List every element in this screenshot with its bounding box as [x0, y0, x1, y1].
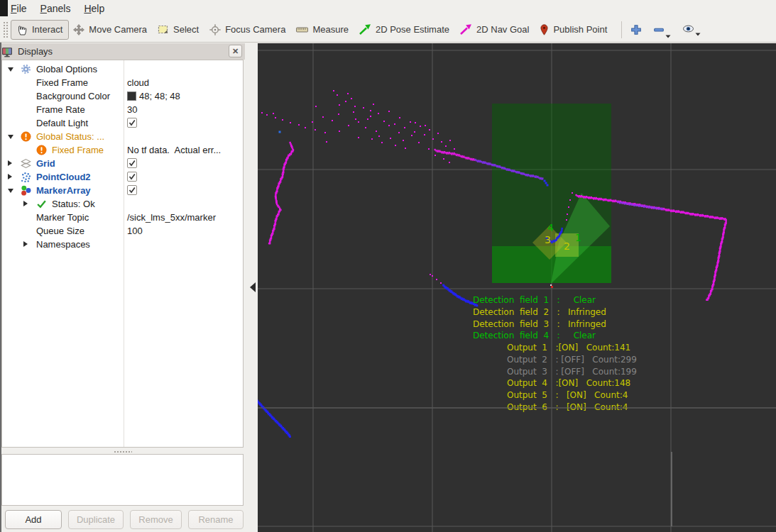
pointcloud-dots-scatter-top: [312, 121, 313, 123]
pointcloud-dots-scatter-top: [445, 145, 447, 147]
marker-array-icon: [21, 185, 31, 196]
expander-closed-icon[interactable]: [8, 174, 12, 179]
tree-row-queue-size[interactable]: Queue Size100: [2, 224, 243, 238]
tree-row-status-ok[interactable]: Status: Ok: [2, 197, 243, 211]
tree-row-fixed-frame[interactable]: Fixed Framecloud: [2, 76, 243, 89]
pointcloud-trace-left-squiggle: [269, 239, 271, 241]
displays-panel-header[interactable]: Displays ✕: [1, 43, 245, 60]
row-value[interactable]: 48; 48; 48: [127, 91, 180, 101]
tree-row-background-color[interactable]: Background Color48; 48; 48: [2, 89, 243, 103]
pointcloud-dots-scatter-top: [420, 126, 421, 127]
row-value[interactable]: 30: [127, 104, 137, 115]
row-checkbox[interactable]: [127, 185, 137, 195]
pointcloud-trace-left-squiggle: [275, 199, 278, 201]
pointcloud-trace-left-squiggle: [283, 165, 285, 167]
tree-row-namespaces[interactable]: Namespaces: [2, 238, 243, 251]
panel-close-button[interactable]: ✕: [229, 45, 242, 57]
row-value[interactable]: cloud: [127, 77, 149, 88]
remove-button[interactable]: Remove: [130, 510, 182, 529]
pointcloud-trace-left-squiggle: [283, 167, 285, 169]
toolbar: InteractMove CameraSelectFocus CameraMea…: [0, 17, 776, 43]
pointcloud-trace-left-squiggle: [270, 235, 273, 237]
tree-row-frame-rate[interactable]: Frame Rate30: [2, 103, 243, 116]
row-value[interactable]: 100: [127, 226, 143, 236]
pointcloud-trace-right-line-vertical: [716, 265, 718, 267]
gear-icon: [21, 64, 31, 74]
menu-help[interactable]: Help: [80, 1, 108, 16]
pointcloud-dots-scatter-top: [298, 124, 300, 126]
tree-row-default-light[interactable]: Default Light: [2, 116, 243, 130]
tool-interact[interactable]: Interact: [11, 20, 69, 40]
expander-closed-icon[interactable]: [23, 241, 28, 247]
toolbar-drag-handle[interactable]: [2, 21, 8, 39]
tree-row-marker-topic[interactable]: Marker Topic/sick_lms_5xx/marker: [2, 211, 243, 224]
add-button[interactable]: Add: [5, 510, 62, 529]
row-value[interactable]: [127, 158, 137, 168]
tool-focus-camera[interactable]: Focus Camera: [209, 20, 286, 40]
rename-button[interactable]: Rename: [188, 510, 244, 529]
tool-move-camera[interactable]: Move Camera: [72, 20, 148, 40]
expander-open-icon[interactable]: [8, 189, 13, 193]
duplicate-button[interactable]: Duplicate: [68, 510, 124, 529]
pointcloud-trace-right-line-vertical: [718, 253, 721, 255]
caret-down-icon: [695, 33, 701, 36]
tree-row-fixed-frame[interactable]: Fixed FrameNo tf data. Actual err...: [2, 143, 243, 157]
panel-buttons: AddDuplicateRemoveRename: [1, 510, 244, 530]
tool-2d-nav-goal[interactable]: 2D Nav Goal: [459, 20, 530, 39]
expander-open-icon[interactable]: [8, 135, 13, 139]
tree-row-global-options[interactable]: Global Options: [2, 62, 243, 76]
pointcloud-trace-left-squiggle: [274, 223, 276, 226]
row-value[interactable]: [127, 185, 137, 195]
pointcloud-trace-right-line-vertical: [719, 246, 721, 248]
pointcloud-dots-scatter-top: [418, 142, 420, 143]
row-value[interactable]: /sick_lms_5xx/marker: [127, 212, 216, 223]
pointcloud-dots-scatter-top: [441, 141, 442, 143]
tool-measure[interactable]: Measure: [295, 20, 349, 39]
tool-2d-pose-estimate[interactable]: 2D Pose Estimate: [359, 20, 450, 39]
pointcloud-trace-center-blue-arc: [560, 231, 562, 233]
pointcloud-trace-left-squiggle: [275, 197, 277, 199]
pointcloud-trace-right-line-violet-patch: [662, 209, 664, 210]
row-checkbox[interactable]: [127, 172, 137, 182]
tool-zoom-out-minus[interactable]: [653, 24, 671, 35]
tree-row-markerarray[interactable]: MarkerArray: [2, 184, 243, 197]
panel-splitter[interactable]: [1, 449, 244, 453]
splitter-collapse-arrow[interactable]: [250, 282, 256, 292]
pointcloud-trace-left-squiggle: [273, 226, 275, 228]
pointcloud-dots-upper-line-blue-tip: [544, 180, 546, 182]
tool-publish-point[interactable]: Publish Point: [539, 20, 608, 40]
pointcloud-trace-left-squiggle: [276, 187, 278, 189]
tool-select[interactable]: Select: [157, 20, 200, 39]
tool-zoom-in-plus[interactable]: [630, 24, 642, 35]
row-value[interactable]: No tf data. Actual err...: [127, 145, 221, 155]
tree-row-grid[interactable]: Grid: [2, 157, 243, 170]
pointcloud-dots-center-magenta-dots: [567, 214, 568, 215]
expander-closed-icon[interactable]: [8, 160, 12, 166]
tool-eye[interactable]: [682, 24, 701, 33]
pointcloud-trace-left-squiggle: [275, 192, 277, 194]
row-value[interactable]: [127, 172, 137, 182]
pointcloud-trace-right-line-violet-patch: [659, 208, 660, 209]
overlay-text-line: Detection field 4 : Clear: [473, 331, 596, 340]
3d-viewport[interactable]: 4132Detection field 1 : ClearDetection f…: [258, 43, 776, 532]
tree-row-pointcloud2[interactable]: PointCloud2: [2, 170, 243, 184]
pointcloud-dots-upper-line-blue-tip: [545, 182, 547, 184]
pose-estimate-arrow-icon: [359, 24, 371, 35]
tree-row-global-status[interactable]: Global Status: ...: [2, 130, 243, 143]
overlay-text-line: Output 5 : [ON] Count:4: [507, 390, 628, 400]
expander-open-icon[interactable]: [8, 67, 13, 72]
pointcloud-trace-right-line-vertical: [719, 248, 721, 250]
menu-panels[interactable]: Panels: [37, 1, 75, 16]
row-value[interactable]: [127, 118, 137, 128]
pointcloud-dots-scatter-top: [339, 131, 340, 132]
pointcloud-dots-scatter-top: [332, 120, 333, 121]
pointcloud-trace-right-line-violet-patch: [661, 208, 662, 209]
pointcloud-dots-mid-magenta-dots: [440, 282, 442, 284]
row-checkbox[interactable]: [127, 158, 137, 168]
expander-closed-icon[interactable]: [23, 201, 28, 206]
menu-file[interactable]: File: [7, 1, 31, 16]
row-checkbox[interactable]: [127, 118, 137, 128]
pointcloud-trace-right-line-vertical: [724, 224, 726, 226]
pointcloud-dots-scatter-top: [367, 118, 368, 120]
pointcloud-dots-scatter-top: [282, 119, 283, 121]
